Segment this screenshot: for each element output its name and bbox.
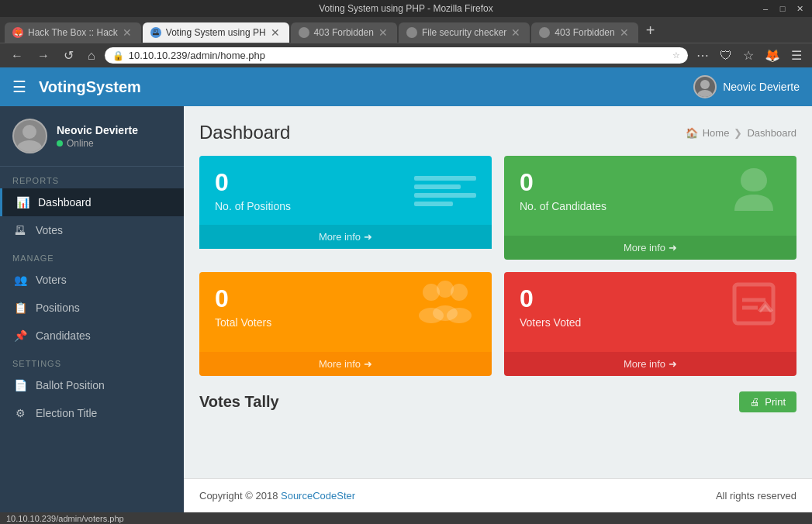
- user-badge[interactable]: Neovic Devierte: [693, 75, 800, 98]
- card-positions: 0 No. of Positions More info: [199, 156, 492, 260]
- url-bar[interactable]: 🔒 10.10.10.239/admin/home.php ☆: [105, 47, 688, 64]
- candidates-more-info[interactable]: More info ➜: [504, 236, 796, 260]
- status-url: 10.10.10.239/admin/voters.php: [6, 514, 124, 523]
- voted-arrow-icon: ➜: [669, 358, 677, 370]
- ballot-icon: 📄: [12, 379, 28, 391]
- sidebar-section-reports: REPORTS: [0, 167, 184, 188]
- voters-footer-text: More info: [319, 358, 361, 370]
- tab-5[interactable]: 403 Forbidden ✕: [531, 22, 638, 43]
- votes-icon: 🗳: [12, 224, 28, 236]
- sidebar-section-manage: MANAGE: [0, 244, 184, 266]
- sidebar-user: Neovic Devierte Online: [0, 106, 184, 167]
- maximize-btn[interactable]: □: [776, 2, 789, 15]
- brand-prefix: Voting: [39, 78, 86, 95]
- tab-4-favicon: [406, 27, 417, 38]
- voted-count: 0: [520, 284, 581, 313]
- candidates-icon-bg: [727, 160, 781, 223]
- print-icon: 🖨: [750, 396, 760, 408]
- voted-footer-text: More info: [624, 358, 665, 370]
- sidebar-item-voters[interactable]: 👥 Voters: [0, 266, 184, 294]
- sidebar-item-votes[interactable]: 🗳 Votes: [0, 216, 184, 244]
- tab-2[interactable]: 🗳 Voting System using PH ✕: [143, 22, 289, 43]
- print-label: Print: [765, 396, 786, 408]
- dashboard-icon: 📊: [15, 196, 30, 209]
- firefox-button[interactable]: 🦊: [761, 47, 784, 64]
- menu-button[interactable]: ☰: [787, 47, 806, 64]
- sidebar-label-election: Election Title: [36, 407, 97, 419]
- positions-arrow-icon: ➜: [364, 231, 372, 243]
- voters-icon-bg: [414, 277, 476, 340]
- tab-4-close[interactable]: ✕: [511, 27, 520, 38]
- print-button[interactable]: 🖨 Print: [739, 391, 796, 412]
- close-btn[interactable]: ✕: [793, 2, 806, 15]
- bookmark-icon: ☆: [672, 50, 680, 60]
- voters-arrow-icon: ➜: [364, 358, 372, 370]
- tab-4[interactable]: File security checker ✕: [399, 22, 530, 43]
- tab-1[interactable]: 🦊 Hack The Box :: Hack ✕: [5, 22, 141, 43]
- tab-3-close[interactable]: ✕: [378, 27, 388, 38]
- ssl-icon: 🔒: [112, 50, 124, 61]
- sidebar-label-voters: Voters: [36, 274, 67, 286]
- voters-more-info[interactable]: More info ➜: [199, 352, 492, 376]
- home-button[interactable]: ⌂: [83, 47, 100, 64]
- svg-point-8: [437, 281, 454, 298]
- sidebar-label-ballot: Ballot Position: [36, 379, 105, 391]
- reload-button[interactable]: ↺: [59, 47, 78, 64]
- overflow-button[interactable]: ⋯: [693, 47, 713, 64]
- tab-5-close[interactable]: ✕: [620, 27, 629, 38]
- candidates-icon: 📌: [12, 329, 28, 342]
- footer-link[interactable]: SourceCodeSter: [281, 490, 355, 502]
- sidebar-item-election[interactable]: ⚙ Election Title: [0, 399, 184, 427]
- minimize-btn[interactable]: –: [759, 2, 772, 15]
- positions-label: No. of Positions: [215, 200, 291, 212]
- sidebar-section-settings: SETTINGS: [0, 350, 184, 371]
- breadcrumb-home-icon: 🏠: [686, 127, 698, 139]
- candidates-label: No. of Candidates: [520, 200, 606, 212]
- sidebar: Neovic Devierte Online REPORTS 📊 Dashboa…: [0, 106, 184, 512]
- forward-button[interactable]: →: [33, 47, 54, 64]
- sidebar-item-dashboard[interactable]: 📊 Dashboard: [0, 188, 184, 216]
- sidebar-item-ballot[interactable]: 📄 Ballot Position: [0, 371, 184, 399]
- tab-2-label: Voting System using PH: [166, 27, 266, 38]
- shield-button[interactable]: 🛡: [716, 47, 736, 64]
- tab-1-favicon: 🦊: [12, 27, 23, 38]
- voted-more-info[interactable]: More info ➜: [504, 352, 796, 376]
- new-tab-button[interactable]: +: [640, 22, 662, 40]
- tally-section-header: Votes Tally 🖨 Print: [199, 391, 796, 412]
- footer-copyright: Copyright © 2018 SourceCodeSter: [199, 490, 355, 502]
- copyright-text: Copyright © 2018: [199, 490, 278, 502]
- positions-more-info[interactable]: More info ➜: [199, 225, 492, 249]
- online-status: Online: [57, 138, 138, 149]
- tab-5-favicon: [539, 27, 550, 38]
- tab-1-close[interactable]: ✕: [123, 27, 132, 38]
- page-header: Dashboard 🏠 Home ❯ Dashboard: [199, 122, 796, 143]
- sidebar-toggle[interactable]: ☰: [12, 78, 26, 96]
- nav-bar: ← → ↺ ⌂ 🔒 10.10.10.239/admin/home.php ☆ …: [0, 43, 812, 67]
- header-avatar: [693, 75, 717, 98]
- sidebar-label-candidates: Candidates: [36, 329, 91, 342]
- sidebar-item-candidates[interactable]: 📌 Candidates: [0, 322, 184, 350]
- main-content: Dashboard 🏠 Home ❯ Dashboard 0: [184, 106, 812, 478]
- status-text: Online: [67, 138, 94, 149]
- app-brand: VotingSystem: [39, 78, 141, 96]
- back-button[interactable]: ←: [6, 47, 28, 64]
- svg-point-0: [700, 80, 710, 89]
- sidebar-item-positions[interactable]: 📋 Positions: [0, 294, 184, 322]
- voters-icon: 👥: [12, 274, 28, 286]
- footer: Copyright © 2018 SourceCodeSter All righ…: [184, 478, 812, 512]
- breadcrumb: 🏠 Home ❯ Dashboard: [686, 127, 796, 139]
- tab-2-close[interactable]: ✕: [271, 27, 280, 38]
- window-controls: – □ ✕: [759, 2, 806, 15]
- page-title: Dashboard: [199, 122, 290, 143]
- app-wrapper: ☰ VotingSystem Neovic Devierte Neovic: [0, 67, 812, 512]
- sidebar-label-dashboard: Dashboard: [38, 196, 92, 209]
- breadcrumb-home[interactable]: Home: [703, 127, 730, 139]
- tab-5-label: 403 Forbidden: [555, 27, 614, 38]
- card-candidates: 0 No. of Candidates: [504, 156, 796, 260]
- status-bar: 10.10.10.239/admin/voters.php: [0, 512, 812, 524]
- brand-suffix: System: [86, 78, 141, 95]
- app-body: Neovic Devierte Online REPORTS 📊 Dashboa…: [0, 106, 812, 512]
- tab-3[interactable]: 403 Forbidden ✕: [291, 22, 397, 43]
- url-text: 10.10.10.239/admin/home.php: [129, 50, 668, 61]
- star-button[interactable]: ☆: [739, 47, 758, 64]
